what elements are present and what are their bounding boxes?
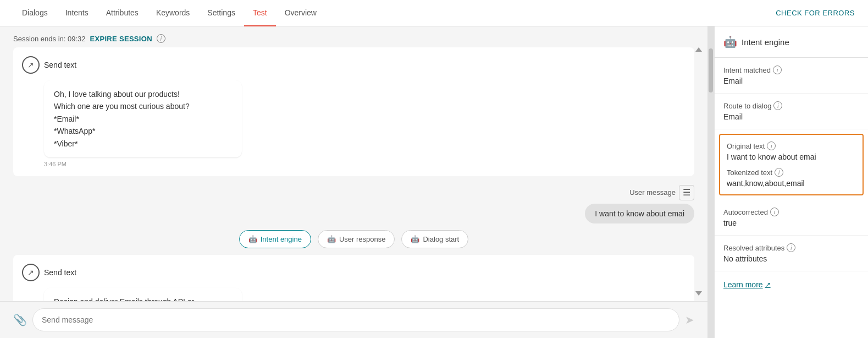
chat-scroll[interactable]: ↗ Send text Oh, I love talking about our… <box>0 47 707 301</box>
highlighted-section: Original text i I want to know about ema… <box>719 134 864 195</box>
dialog-start-button[interactable]: 🤖 Dialog start <box>401 230 468 248</box>
user-response-btn-label: User response <box>339 235 386 243</box>
original-text-info-icon[interactable]: i <box>767 141 776 150</box>
dialog-start-btn-label: Dialog start <box>423 235 459 243</box>
resolved-attributes-section: Resolved attributes i No attributes <box>715 236 868 271</box>
tokenized-text-section: Tokenized text i want,know,about,email <box>727 168 856 188</box>
session-timer: Session ends in: 09:32 <box>13 35 86 43</box>
user-response-btn-icon: 🤖 <box>327 235 336 243</box>
route-to-dialog-label: Route to dialog i <box>723 101 859 110</box>
user-message-text-label: User message <box>629 188 676 197</box>
attach-icon[interactable]: 📎 <box>13 313 27 326</box>
engine-buttons: 🤖 Intent engine 🤖 User response 🤖 Dialog… <box>13 230 694 248</box>
intent-engine-header-icon: 🤖 <box>723 35 737 48</box>
scroll-up-arrow[interactable] <box>695 47 702 52</box>
user-message-label: User message ☰ <box>629 185 694 200</box>
send-text-header-2: ↗ Send text <box>22 264 685 281</box>
original-text-label: Original text i <box>727 141 856 150</box>
message-input[interactable] <box>32 308 679 331</box>
send-text-block-2: ↗ Send text Design and deliver Emails th… <box>13 255 694 301</box>
dialog-start-btn-icon: 🤖 <box>411 235 419 243</box>
main-scrollbar[interactable] <box>707 26 714 338</box>
user-message-row: User message ☰ I want to know about emai <box>13 185 694 223</box>
nav-overview[interactable]: Overview <box>276 0 325 26</box>
check-errors-button[interactable]: CHECK FOR ERRORS <box>776 9 855 17</box>
tokenized-text-label: Tokenized text i <box>727 168 856 177</box>
chat-area: Session ends in: 09:32 EXPIRE SESSION i … <box>0 26 707 338</box>
expire-session-button[interactable]: EXPIRE SESSION <box>90 35 152 43</box>
resolved-attributes-label: Resolved attributes i <box>723 243 859 252</box>
user-message-icon: ☰ <box>679 185 694 200</box>
autocorrected-info-icon[interactable]: i <box>770 208 779 216</box>
scrollbar-thumb[interactable] <box>709 48 713 92</box>
session-info-icon[interactable]: i <box>157 34 165 43</box>
learn-more-text: Learn more <box>723 280 763 289</box>
route-to-dialog-value: Email <box>723 112 859 121</box>
send-text-block-1: ↗ Send text Oh, I love talking about our… <box>13 47 694 176</box>
bot-bubble-2: Design and deliver Emails through API or… <box>44 288 242 301</box>
right-panel-header: 🤖 Intent engine <box>715 26 868 58</box>
learn-more-link[interactable]: Learn more ↗ <box>723 280 859 289</box>
bubble-time-1: 3:46 PM <box>44 161 685 167</box>
intent-matched-section: Intent matched i Email <box>715 58 868 94</box>
tokenized-text-value: want,know,about,email <box>727 179 856 188</box>
send-text-header-1: ↗ Send text <box>22 56 685 74</box>
route-to-dialog-info-icon[interactable]: i <box>773 101 782 110</box>
session-bar: Session ends in: 09:32 EXPIRE SESSION i <box>0 26 707 47</box>
user-response-button[interactable]: 🤖 User response <box>318 230 395 248</box>
send-text-icon-2: ↗ <box>22 264 40 281</box>
resolved-attributes-value: No attributes <box>723 254 859 263</box>
intent-engine-button[interactable]: 🤖 Intent engine <box>239 230 311 248</box>
send-icon[interactable]: ➤ <box>685 313 694 326</box>
autocorrected-section: Autocorrected i true <box>715 200 868 236</box>
nav-intents[interactable]: Intents <box>57 0 97 26</box>
send-text-label-2: Send text <box>44 268 76 277</box>
bot-bubble-1: Oh, I love talking about our products! W… <box>44 80 242 157</box>
nav-settings[interactable]: Settings <box>198 0 244 26</box>
right-panel: 🤖 Intent engine Intent matched i Email R… <box>714 26 868 338</box>
nav-dialogs[interactable]: Dialogs <box>13 0 57 26</box>
resolved-attributes-info-icon[interactable]: i <box>787 243 795 252</box>
scroll-down-arrow[interactable] <box>695 291 702 296</box>
right-panel-title: Intent engine <box>742 37 789 47</box>
learn-more-section: Learn more ↗ <box>715 271 868 298</box>
external-link-icon: ↗ <box>765 281 771 288</box>
autocorrected-value: true <box>723 219 859 227</box>
send-text-icon-1: ↗ <box>22 56 40 74</box>
route-to-dialog-section: Route to dialog i Email <box>715 94 868 129</box>
top-nav: Dialogs Intents Attributes Keywords Sett… <box>0 0 868 26</box>
main-layout: Session ends in: 09:32 EXPIRE SESSION i … <box>0 26 868 338</box>
nav-keywords[interactable]: Keywords <box>147 0 198 26</box>
input-area: 📎 ➤ <box>0 301 707 338</box>
intent-engine-btn-icon: 🤖 <box>248 235 257 243</box>
nav-attributes[interactable]: Attributes <box>97 0 147 26</box>
intent-matched-label: Intent matched i <box>723 66 859 74</box>
intent-matched-info-icon[interactable]: i <box>773 66 782 74</box>
original-text-value: I want to know about emai <box>727 152 856 161</box>
intent-matched-value: Email <box>723 77 859 85</box>
nav-test[interactable]: Test <box>244 0 276 26</box>
autocorrected-label: Autocorrected i <box>723 208 859 216</box>
right-panel-content: Intent matched i Email Route to dialog i… <box>715 58 868 338</box>
intent-engine-btn-label: Intent engine <box>261 235 302 243</box>
tokenized-text-info-icon[interactable]: i <box>775 168 783 177</box>
send-text-label-1: Send text <box>44 61 76 69</box>
user-bubble: I want to know about emai <box>585 204 694 223</box>
